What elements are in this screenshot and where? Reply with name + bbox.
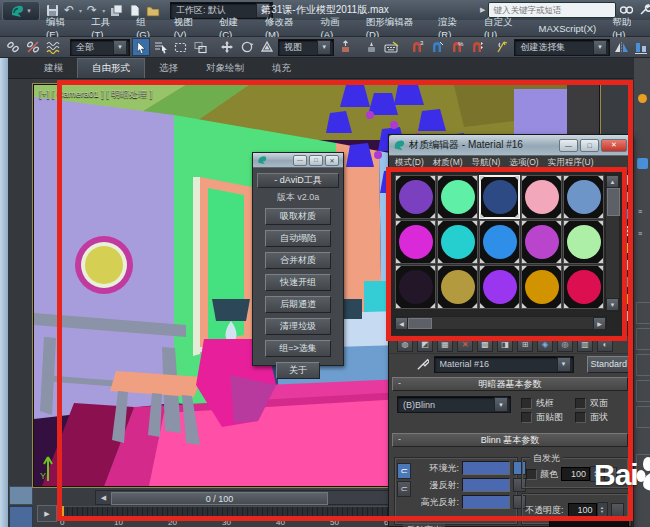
shader-checkbox-3[interactable]: 面状: [575, 410, 627, 424]
specular-color-swatch[interactable]: [462, 495, 510, 509]
assign-material-to-selection-icon[interactable]: ▦: [437, 337, 453, 352]
blinn-basic-parameters-rollout[interactable]: - Blinn 基本参数: [392, 433, 628, 447]
material-sample-slot[interactable]: [395, 175, 436, 219]
vertical-scroll-thumb[interactable]: [607, 188, 620, 216]
material-sample-slot[interactable]: [437, 220, 478, 264]
rollout-collapse-icon[interactable]: -: [398, 378, 401, 388]
redo-dropdown-arrow[interactable]: ▾: [102, 7, 105, 14]
named-selection-sets-dropdown[interactable]: 创建选择集 ▼: [514, 39, 610, 56]
material-sample-slot[interactable]: [395, 265, 436, 309]
material-sample-slot[interactable]: [563, 265, 604, 309]
self-illumination-checkbox[interactable]: [526, 469, 537, 480]
command-panel-button-5[interactable]: [636, 406, 650, 428]
bind-to-space-warp-icon[interactable]: [44, 38, 62, 56]
command-panel-button-2[interactable]: [636, 328, 650, 350]
fetch-icon[interactable]: [110, 4, 123, 17]
mirror-icon[interactable]: [612, 38, 630, 56]
ribbon-tab-4[interactable]: 填充: [258, 59, 305, 78]
background-icon[interactable]: [623, 209, 631, 219]
command-panel-orange-icon[interactable]: [638, 94, 647, 103]
video-color-check-icon[interactable]: [623, 243, 631, 253]
viewport-label[interactable]: [+] [ Camera01 ] [ 明暗处理 ]: [39, 88, 152, 101]
material-editor-maximize-button[interactable]: □: [580, 139, 599, 152]
ribbon-tab-1[interactable]: 自由形式: [77, 58, 145, 78]
me-menu-item-3[interactable]: 选项(O): [509, 157, 538, 169]
material-sample-slot[interactable]: [437, 265, 478, 309]
command-panel-button-4[interactable]: [636, 380, 650, 402]
time-slider-handle[interactable]: 0 / 100: [111, 492, 328, 505]
select-by-name-icon[interactable]: [152, 38, 170, 56]
backlight-icon[interactable]: [623, 192, 631, 202]
material-sample-slot[interactable]: [563, 220, 604, 264]
checkbox-box[interactable]: [521, 412, 532, 423]
previous-frame-icon[interactable]: ◀: [98, 493, 109, 503]
material-sample-slot[interactable]: [479, 220, 520, 264]
pick-material-eyedropper-icon[interactable]: [417, 358, 429, 371]
get-material-icon[interactable]: ◍: [397, 337, 413, 352]
diffuse-color-swatch[interactable]: [462, 478, 510, 492]
material-map-navigator-icon[interactable]: [623, 311, 631, 321]
checkbox-box[interactable]: [521, 398, 532, 409]
horizontal-scroll-thumb[interactable]: [408, 318, 432, 329]
david-panel-title-bar[interactable]: — □ ✕: [253, 153, 343, 168]
me-menu-item-0[interactable]: 模式(D): [395, 157, 424, 169]
use-pivot-point-icon[interactable]: [336, 38, 354, 56]
selection-filter-dropdown[interactable]: 全部 ▼: [70, 39, 130, 56]
rectangular-selection-region-icon[interactable]: [172, 38, 190, 56]
select-and-rotate-icon[interactable]: [238, 38, 256, 56]
make-preview-icon[interactable]: [623, 260, 631, 270]
save-icon[interactable]: [46, 4, 59, 17]
material-type-button[interactable]: Standard: [587, 356, 631, 373]
application-menu-button[interactable]: ▼: [2, 1, 40, 21]
opacity-value[interactable]: 100: [568, 503, 597, 517]
shader-type-dropdown[interactable]: (B)Blinn ▼: [397, 396, 511, 413]
opacity-map-button[interactable]: [611, 503, 624, 517]
self-illumination-value[interactable]: 100: [561, 467, 590, 481]
spinner-snap-toggle-icon[interactable]: [468, 38, 486, 56]
material-editor-close-button[interactable]: ✕: [601, 139, 627, 152]
command-panel-glyph-2[interactable]: ≡: [638, 230, 642, 237]
put-material-to-scene-icon[interactable]: ◩: [417, 337, 433, 352]
dock-icon-top[interactable]: [9, 486, 33, 505]
select-object-icon[interactable]: [132, 38, 150, 56]
make-material-copy-icon[interactable]: ▩: [477, 337, 493, 352]
reset-map-icon[interactable]: ✕: [457, 337, 473, 352]
shader-checkbox-1[interactable]: 双面: [575, 396, 627, 410]
david-maximize-button[interactable]: □: [309, 155, 323, 166]
command-panel-button-3[interactable]: [636, 354, 650, 376]
select-and-link-icon[interactable]: [4, 38, 22, 56]
david-button-7[interactable]: 关于: [276, 362, 320, 379]
select-and-move-icon[interactable]: [218, 38, 236, 56]
edit-named-selection-sets-icon[interactable]: [494, 38, 512, 56]
david-button-2[interactable]: 合并材质: [265, 252, 331, 269]
ambient-diffuse-lock-icon[interactable]: ⊂: [397, 463, 411, 479]
material-sample-slot[interactable]: [563, 175, 604, 219]
command-panel-blue-icon[interactable]: [637, 158, 648, 169]
ambient-color-swatch[interactable]: [462, 461, 510, 475]
david-minimize-button[interactable]: —: [293, 155, 307, 166]
shader-checkbox-2[interactable]: 面贴图: [521, 410, 573, 424]
go-to-parent-icon[interactable]: ▥: [577, 337, 593, 352]
scroll-left-icon[interactable]: ◀: [395, 317, 408, 330]
align-icon[interactable]: [632, 38, 650, 56]
scroll-right-icon[interactable]: ▶: [593, 317, 606, 330]
command-panel-button-1[interactable]: [636, 302, 650, 324]
rollout-collapse-icon[interactable]: -: [398, 434, 401, 444]
select-by-material-icon[interactable]: [623, 294, 631, 304]
scroll-down-icon[interactable]: ▼: [606, 298, 619, 311]
david-button-5[interactable]: 清理垃圾: [265, 318, 331, 335]
menu-item-10[interactable]: MAXScript(X): [531, 23, 605, 34]
material-editor-minimize-button[interactable]: —: [559, 139, 578, 152]
david-rollout-header[interactable]: - dAviD工具: [257, 173, 339, 188]
window-crossing-icon[interactable]: [192, 38, 210, 56]
checkbox-box[interactable]: [575, 398, 586, 409]
put-to-library-icon[interactable]: ◨: [497, 337, 513, 352]
material-sample-slot[interactable]: [479, 265, 520, 309]
david-button-1[interactable]: 自动塌陷: [265, 230, 331, 247]
me-menu-item-4[interactable]: 实用程序(U): [548, 157, 594, 169]
snaps-toggle-icon[interactable]: 3: [408, 38, 426, 56]
select-and-scale-icon[interactable]: [258, 38, 276, 56]
material-sample-slot[interactable]: [395, 220, 436, 264]
shader-checkbox-0[interactable]: 线框: [521, 396, 573, 410]
show-map-in-viewport-icon[interactable]: ◈: [537, 337, 553, 352]
